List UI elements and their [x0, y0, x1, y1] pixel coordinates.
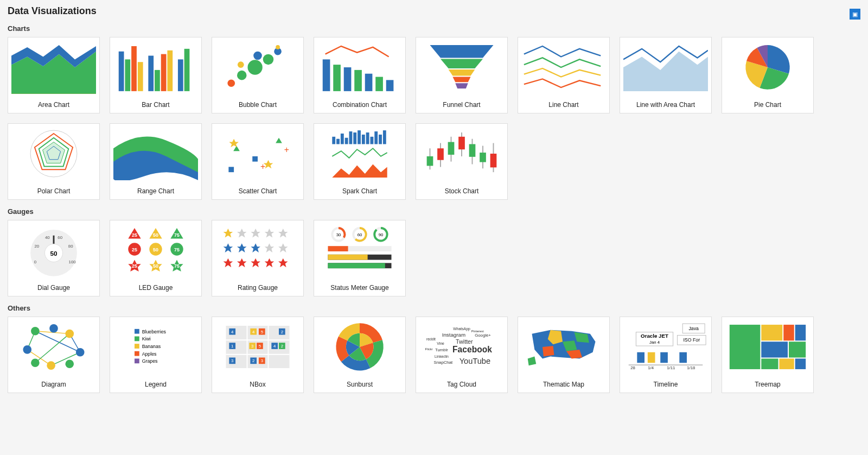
svg-rect-40: [228, 167, 234, 172]
card-spark-chart[interactable]: Spark Chart: [314, 123, 406, 200]
svg-rect-22: [323, 59, 330, 91]
card-label: Dial Gauge: [8, 280, 99, 296]
svg-rect-9: [155, 70, 160, 91]
svg-text:75: 75: [174, 263, 180, 269]
card-funnel-chart[interactable]: Funnel Chart: [416, 37, 508, 113]
svg-text:60: 60: [58, 235, 62, 240]
svg-rect-207: [660, 352, 668, 363]
svg-text:50: 50: [153, 232, 158, 238]
section-heading-gauges: Gauges: [8, 207, 860, 216]
card-label: Bubble Chart: [212, 97, 303, 113]
svg-rect-49: [336, 139, 340, 144]
card-bar-chart[interactable]: Bar Chart: [110, 37, 202, 113]
svg-rect-216: [783, 325, 794, 340]
svg-text:Instagram: Instagram: [442, 332, 465, 338]
card-label: Bar Chart: [110, 97, 201, 113]
charts-grid: Area Chart Bar Chart: [8, 37, 860, 200]
card-label: Status Meter Gauge: [314, 280, 405, 296]
card-label: Combination Chart: [314, 97, 405, 113]
card-dial-gauge[interactable]: 020406080100 50 Dial Gauge: [8, 220, 100, 296]
svg-text:Grapes: Grapes: [142, 358, 158, 364]
section-heading-charts: Charts: [8, 24, 860, 33]
svg-rect-218: [761, 342, 788, 357]
svg-text:YouTube: YouTube: [459, 357, 490, 365]
svg-text:50: 50: [50, 250, 58, 257]
svg-text:Blueberries: Blueberries: [142, 329, 167, 334]
svg-text:WhatsApp: WhatsApp: [453, 327, 470, 331]
svg-rect-58: [374, 131, 378, 144]
svg-text:60: 60: [358, 232, 362, 237]
card-treemap[interactable]: Treemap: [722, 317, 814, 393]
svg-rect-54: [358, 130, 361, 144]
dial-gauge-icon: 020406080100 50: [8, 220, 99, 280]
card-line-with-area-chart[interactable]: Line with Area Chart: [620, 37, 712, 113]
thematic-map-icon: [518, 317, 609, 377]
polar-chart-icon: [8, 124, 99, 184]
svg-rect-52: [349, 131, 353, 144]
card-line-chart[interactable]: Line Chart: [518, 37, 610, 113]
gauges-grid: 020406080100 50 Dial Gauge 25 50 75 25: [8, 220, 860, 296]
card-tag-cloud[interactable]: WhatsApp Instagram Google+ reddit Pinter…: [416, 317, 508, 393]
svg-marker-116: [251, 258, 260, 268]
svg-text:100: 100: [69, 260, 76, 264]
card-pie-chart[interactable]: Pie Chart: [722, 37, 814, 113]
card-thematic-map[interactable]: Thematic Map: [518, 317, 610, 393]
svg-rect-56: [366, 132, 369, 144]
svg-rect-4: [119, 52, 124, 91]
svg-rect-70: [437, 148, 444, 160]
stock-chart-icon: [416, 124, 507, 184]
svg-marker-31: [449, 69, 475, 76]
svg-marker-113: [278, 243, 288, 252]
card-scatter-chart[interactable]: + + Scatter Chart: [212, 123, 304, 200]
card-timeline[interactable]: Java Oracle JET Jan 4 ISO For 28 1/4 1/1…: [620, 317, 712, 393]
card-label: Funnel Chart: [416, 97, 507, 113]
svg-line-137: [35, 334, 69, 363]
svg-marker-61: [332, 165, 387, 178]
svg-rect-72: [458, 137, 465, 149]
info-icon[interactable]: ▣: [850, 9, 860, 20]
card-polar-chart[interactable]: Polar Chart: [8, 123, 100, 200]
svg-text:25: 25: [132, 263, 137, 269]
card-nbox[interactable]: 4 4 5 2 1 3 5 4 2 3 2 3 NBox: [212, 317, 304, 393]
card-range-chart[interactable]: Range Chart: [110, 123, 202, 200]
svg-point-18: [253, 52, 262, 60]
card-sunburst[interactable]: Sunburst: [314, 317, 406, 393]
svg-point-138: [31, 327, 40, 336]
svg-rect-222: [795, 358, 806, 369]
svg-rect-23: [333, 65, 341, 91]
card-rating-gauge[interactable]: Rating Gauge: [212, 220, 304, 296]
svg-text:90: 90: [379, 232, 384, 237]
svg-point-17: [247, 60, 262, 74]
card-area-chart[interactable]: Area Chart: [8, 37, 100, 113]
svg-marker-105: [237, 229, 247, 238]
card-legend[interactable]: Blueberries Kiwi Bananas Apples Grapes L…: [110, 317, 202, 393]
tag-cloud-icon: WhatsApp Instagram Google+ reddit Pinter…: [416, 317, 507, 377]
others-grid: Diagram Blueberries Kiwi Bananas Apples …: [8, 317, 860, 393]
svg-text:1/11: 1/11: [667, 365, 675, 370]
svg-rect-24: [344, 67, 352, 91]
svg-point-145: [65, 359, 74, 368]
svg-point-141: [23, 345, 31, 354]
svg-rect-8: [148, 56, 154, 91]
card-diagram[interactable]: Diagram: [8, 317, 100, 393]
rating-gauge-icon: [212, 220, 303, 280]
svg-text:Jan 4: Jan 4: [649, 340, 660, 345]
svg-rect-60: [383, 130, 386, 144]
card-status-meter-gauge[interactable]: 30 60 90 Status Meter Gauge: [314, 220, 406, 296]
svg-point-14: [227, 79, 235, 87]
svg-text:LinkedIn: LinkedIn: [435, 355, 449, 358]
card-bubble-chart[interactable]: Bubble Chart: [212, 37, 304, 113]
svg-text:2: 2: [281, 330, 283, 334]
led-gauge-icon: 25 50 75 25 50 75 25 50 75: [110, 220, 201, 280]
card-label: Line with Area Chart: [620, 97, 711, 113]
svg-rect-205: [637, 352, 644, 363]
svg-rect-126: [328, 246, 348, 251]
card-stock-chart[interactable]: Stock Chart: [416, 123, 508, 200]
card-combination-chart[interactable]: Combination Chart: [314, 37, 406, 113]
svg-rect-53: [353, 132, 356, 144]
svg-text:4: 4: [273, 344, 276, 349]
svg-rect-26: [365, 74, 373, 91]
card-led-gauge[interactable]: 25 50 75 25 50 75 25 50 75 LED Gauge: [110, 220, 202, 296]
svg-text:30: 30: [336, 232, 341, 237]
svg-marker-106: [251, 229, 260, 238]
